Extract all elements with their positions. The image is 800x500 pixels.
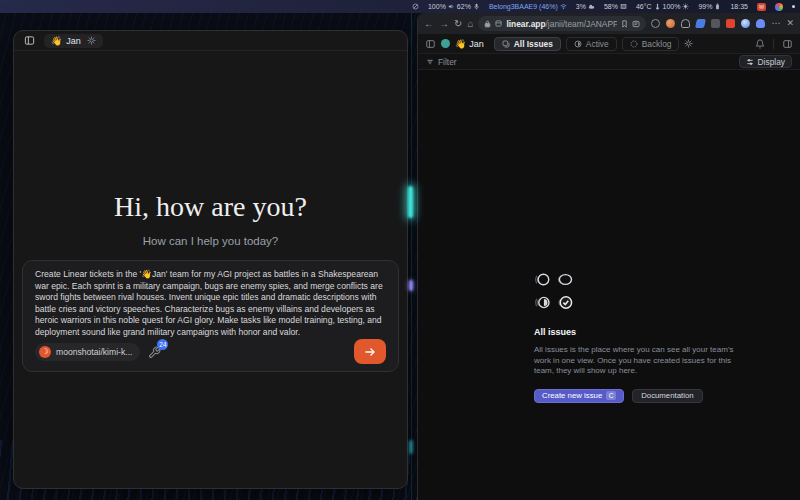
thermometer-icon xyxy=(654,3,661,10)
tab-active[interactable]: Active xyxy=(566,37,617,51)
display-sliders-icon xyxy=(746,58,754,66)
todo-oval-icon xyxy=(556,271,573,288)
bookmark-icon[interactable] xyxy=(621,20,628,28)
message-composer[interactable]: Create Linear tickets in the '👋Jan' team… xyxy=(22,260,399,372)
volume-indicator: 100% 62% xyxy=(428,3,480,10)
view-settings-gear-icon[interactable] xyxy=(684,39,693,48)
greeting-subtitle: How can I help you today? xyxy=(14,235,407,247)
wave-emoji: 👋 xyxy=(51,36,62,46)
todo-ring-icon xyxy=(534,271,551,288)
tab-backlog[interactable]: Backlog xyxy=(622,37,680,51)
reload-button[interactable]: ↻ xyxy=(454,19,462,29)
extension-shield-icon[interactable] xyxy=(651,19,660,28)
issue-status-illustration xyxy=(534,271,738,311)
extension-cloud-icon[interactable] xyxy=(681,19,690,28)
done-check-icon xyxy=(556,294,573,311)
team-name: 👋 Jan xyxy=(455,39,484,49)
active-icon xyxy=(574,40,582,48)
right-panel-toggle-icon[interactable] xyxy=(782,39,793,49)
linear-header-right xyxy=(755,39,793,49)
thread-tab-label: Jan xyxy=(66,36,81,46)
desktop-background: 100% 62% Belong3BAAE9 (46%) 3% 58% 46°C … xyxy=(0,0,800,500)
display-options-button[interactable]: Display xyxy=(739,55,792,68)
app-tray-icon[interactable] xyxy=(775,3,783,11)
toolbar-overflow-icon[interactable]: ⋯ xyxy=(771,19,780,28)
empty-state: All issues All issues is the place where… xyxy=(534,271,738,403)
composer-toolbar: ☽ moonshotai/kimi-k... 24 xyxy=(35,339,386,364)
moonshot-logo-icon: ☽ xyxy=(39,346,51,358)
sidebar-toggle-icon[interactable] xyxy=(23,35,36,46)
extension-icons: ⋯ ✕ xyxy=(651,19,794,28)
documentation-button[interactable]: Documentation xyxy=(632,389,702,403)
temperature-brightness-indicator: 46°C 100% xyxy=(636,3,690,10)
mail-tray-icon[interactable]: ✉ xyxy=(757,3,766,11)
model-selector[interactable]: ☽ moonshotai/kimi-k... xyxy=(35,343,140,361)
browser-toolbar: ← → ↻ ⌂ linear.app/janii/team/JANAPP/all xyxy=(418,13,800,34)
tab-all-issues[interactable]: All Issues xyxy=(494,37,561,51)
extension-ghost-icon[interactable] xyxy=(756,19,765,28)
tray-dot-icon xyxy=(792,5,795,8)
issues-content-area: All issues All issues is the place where… xyxy=(418,70,800,500)
team-wave-emoji: 👋 xyxy=(455,39,466,49)
cloud-icon xyxy=(588,3,595,10)
header-divider xyxy=(773,39,774,49)
brightness-icon xyxy=(682,3,689,10)
extension-flag-icon[interactable] xyxy=(695,19,706,28)
forward-button[interactable]: → xyxy=(439,19,449,29)
wallpaper-glow-purple xyxy=(409,280,413,291)
send-button[interactable] xyxy=(354,339,386,364)
jan-chat-window: 👋 Jan Hi, how are you? How can I help yo… xyxy=(13,30,408,489)
toolbar-close-icon[interactable]: ✕ xyxy=(786,19,794,28)
wallpaper-glow-cyan-2 xyxy=(409,440,413,454)
site-info-icon[interactable] xyxy=(495,20,502,27)
cpu-indicator: 3% xyxy=(576,3,595,10)
empty-state-title: All issues xyxy=(534,327,738,337)
backlog-icon xyxy=(630,40,638,48)
extension-sphere-icon[interactable] xyxy=(666,19,675,28)
wallpaper-glow-cyan xyxy=(408,186,413,218)
filter-icon xyxy=(426,58,434,66)
wifi-network-indicator: Belong3BAAE9 (46%) xyxy=(489,3,567,10)
create-new-issue-button[interactable]: Create new issue C xyxy=(534,389,624,403)
workspace-avatar[interactable] xyxy=(441,39,450,48)
wifi-icon xyxy=(560,3,567,10)
url-text[interactable]: linear.app/janii/team/JANAPP/all xyxy=(506,19,617,29)
empty-state-description: All issues is the place where you can se… xyxy=(534,345,738,377)
extension-red-icon[interactable] xyxy=(726,19,735,28)
notifications-bell-icon[interactable] xyxy=(755,39,765,49)
thread-settings-gear-icon[interactable] xyxy=(87,36,96,45)
model-selector-label: moonshotai/kimi-k... xyxy=(56,347,132,357)
tools-button[interactable]: 24 xyxy=(148,345,162,359)
empty-state-actions: Create new issue C Documentation xyxy=(534,389,738,403)
address-bar[interactable]: linear.app/janii/team/JANAPP/all xyxy=(478,16,646,31)
greeting-title: Hi, how are you? xyxy=(14,191,407,223)
mute-icon xyxy=(412,3,419,10)
site-security-icon[interactable] xyxy=(484,20,491,28)
filter-bar: Filter Display xyxy=(418,53,800,70)
view-tabs: All Issues Active Backlog xyxy=(494,37,694,51)
wallpaper-line xyxy=(411,13,412,500)
filter-button[interactable]: Filter xyxy=(426,57,457,67)
memory-indicator: 58% xyxy=(604,3,627,10)
home-button[interactable]: ⌂ xyxy=(467,19,473,29)
browser-window: ← → ↻ ⌂ linear.app/janii/team/JANAPP/all xyxy=(417,13,800,500)
thread-tab[interactable]: 👋 Jan xyxy=(44,34,103,48)
memory-icon xyxy=(620,3,627,10)
all-issues-icon xyxy=(502,40,510,48)
mic-icon xyxy=(473,3,480,10)
speaker-icon xyxy=(448,3,455,10)
greeting: Hi, how are you? How can I help you toda… xyxy=(14,191,407,247)
reader-mode-icon[interactable] xyxy=(632,20,640,28)
battery-indicator: 99% xyxy=(698,3,721,10)
back-button[interactable]: ← xyxy=(424,19,434,29)
linear-sidebar-toggle-icon[interactable] xyxy=(425,39,436,49)
shortcut-key-badge: C xyxy=(606,391,616,400)
chat-body: Hi, how are you? How can I help you toda… xyxy=(14,51,407,488)
linear-header: 👋 Jan All Issues Active xyxy=(418,34,800,53)
clock: 18:35 xyxy=(730,3,748,10)
in-progress-icon xyxy=(534,294,551,311)
extension-image-icon[interactable] xyxy=(711,19,720,28)
extension-globe-icon[interactable] xyxy=(741,19,750,28)
system-status-bar: 100% 62% Belong3BAAE9 (46%) 3% 58% 46°C … xyxy=(0,0,800,13)
composer-input-text[interactable]: Create Linear tickets in the '👋Jan' team… xyxy=(35,269,386,339)
